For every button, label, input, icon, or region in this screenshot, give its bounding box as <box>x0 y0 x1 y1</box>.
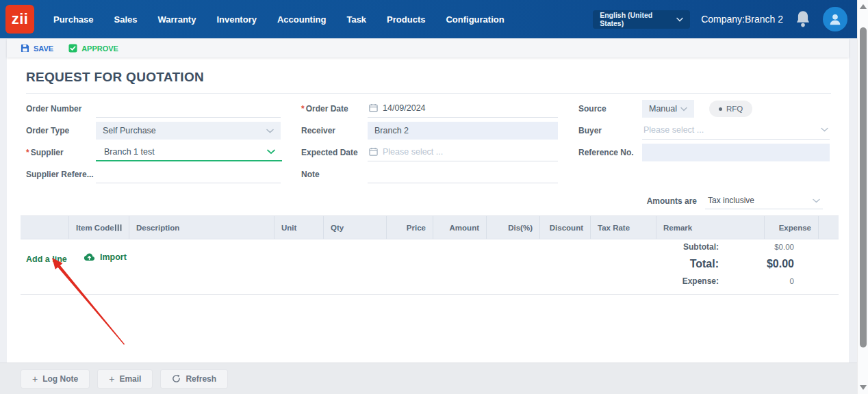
vertical-scrollbar[interactable] <box>857 0 868 394</box>
supplier-value: Branch 1 test <box>104 147 155 157</box>
nav-accounting[interactable]: Accounting <box>277 14 327 25</box>
optional-columns-icon[interactable] <box>114 224 122 232</box>
user-avatar[interactable] <box>823 7 847 31</box>
totals-panel: Subtotal: $0.00 Total: $0.00 Expense: 0 <box>682 242 794 286</box>
required-asterisk: * <box>26 148 29 157</box>
import-button[interactable]: Import <box>84 252 127 262</box>
chevron-down-icon <box>821 127 828 132</box>
col-actions <box>818 216 839 239</box>
expense-value: 0 <box>719 277 794 285</box>
navbar-right: English (United States) Company:Branch 2 <box>593 7 857 31</box>
supplier-label: *Supplier <box>26 148 64 157</box>
nav-inventory[interactable]: Inventory <box>216 14 257 25</box>
total-value: $0.00 <box>719 258 794 270</box>
nav-purchase[interactable]: Purchase <box>53 14 94 25</box>
language-selector[interactable]: English (United States) <box>593 10 690 29</box>
import-label: Import <box>100 252 127 262</box>
col-select <box>21 216 68 239</box>
expense-label: Expense: <box>682 276 719 286</box>
person-icon <box>828 12 843 27</box>
order-number-label: Order Number <box>26 104 81 114</box>
order-type-label: Order Type <box>26 126 69 135</box>
nav-sales[interactable]: Sales <box>114 14 138 25</box>
amounts-are-label: Amounts are <box>647 196 697 206</box>
plus-icon: + <box>109 373 114 384</box>
col-description: Description <box>129 216 274 239</box>
order-type-value: Self Purchase <box>103 126 156 135</box>
email-label: Email <box>119 374 141 384</box>
buyer-label: Buyer <box>578 126 602 135</box>
approve-button[interactable]: APPROVE <box>68 44 118 53</box>
add-a-line-link[interactable]: Add a line <box>26 254 67 264</box>
expected-date-placeholder: Please select ... <box>383 147 443 157</box>
order-date-input[interactable]: 14/09/2024 <box>368 100 558 118</box>
nav-task[interactable]: Task <box>346 14 366 25</box>
top-navbar: zii Purchase Sales Warranty Inventory Ac… <box>0 0 857 38</box>
order-number-input[interactable] <box>96 100 281 118</box>
col-discount: Discount <box>539 216 590 239</box>
log-note-button[interactable]: + Log Note <box>21 369 90 389</box>
supplier-select[interactable]: Branch 1 test <box>96 144 282 161</box>
col-item-code: Item Code <box>68 216 129 239</box>
subtotal-value: $0.00 <box>719 243 794 251</box>
save-label: SAVE <box>34 44 53 53</box>
subtotal-label: Subtotal: <box>683 242 719 252</box>
nav-warranty[interactable]: Warranty <box>158 14 196 25</box>
total-row: Total: $0.00 <box>682 258 794 270</box>
nav-products[interactable]: Products <box>387 14 425 25</box>
note-input[interactable] <box>368 166 558 183</box>
required-asterisk: * <box>301 104 305 114</box>
order-date-label: *Order Date <box>301 104 348 114</box>
email-button[interactable]: + Email <box>97 369 153 389</box>
chevron-down-icon <box>266 129 274 133</box>
refresh-button[interactable]: Refresh <box>160 369 228 389</box>
save-button[interactable]: SAVE <box>21 44 53 53</box>
col-unit: Unit <box>274 216 323 239</box>
notification-bell-icon[interactable] <box>794 10 812 29</box>
supplier-reference-label: Supplier Refere... <box>26 170 94 179</box>
scroll-down-arrow[interactable] <box>860 385 867 390</box>
main-menu: Purchase Sales Warranty Inventory Accoun… <box>53 14 505 25</box>
col-dis-percent: Dis(%) <box>486 216 539 239</box>
buyer-select[interactable]: Please select ... <box>642 122 830 140</box>
col-remark: Remark <box>656 216 764 239</box>
chatter-footer: + Log Note + Email Refresh <box>0 363 857 394</box>
logo-text: zii <box>12 10 29 28</box>
line-items-header: Item Code Description Unit Qty Price Amo… <box>21 215 839 239</box>
expected-date-input[interactable]: Please select ... <box>368 144 558 161</box>
col-tax-rate: Tax Rate <box>590 216 656 239</box>
source-select[interactable]: Manual <box>642 100 694 118</box>
amounts-are-select[interactable]: Tax inclusive <box>705 192 823 209</box>
app-logo[interactable]: zii <box>5 5 34 34</box>
source-value: Manual <box>649 104 677 114</box>
note-label: Note <box>301 170 320 179</box>
page-title: REQUEST FOR QUOTATION <box>26 70 204 85</box>
scroll-up-arrow[interactable] <box>860 4 867 9</box>
order-type-select[interactable]: Self Purchase <box>96 122 281 140</box>
scrollbar-thumb[interactable] <box>860 27 867 347</box>
chevron-down-icon <box>676 17 683 22</box>
nav-configuration[interactable]: Configuration <box>446 14 504 25</box>
source-label: Source <box>578 104 607 114</box>
chevron-down-icon <box>680 107 687 111</box>
expense-row: Expense: 0 <box>682 276 794 286</box>
col-amount: Amount <box>433 216 486 239</box>
action-toolbar: SAVE APPROVE <box>7 39 849 57</box>
amounts-are-value: Tax inclusive <box>708 196 754 205</box>
status-dot <box>719 107 722 111</box>
refresh-label: Refresh <box>186 374 216 384</box>
log-note-label: Log Note <box>42 374 78 384</box>
chevron-down-icon <box>267 149 275 155</box>
reference-no-field <box>642 144 830 161</box>
title-divider <box>26 93 831 94</box>
refresh-icon <box>172 374 181 383</box>
approve-check-icon <box>68 44 77 53</box>
buyer-placeholder: Please select ... <box>643 125 704 135</box>
order-date-value: 14/09/2024 <box>383 103 426 113</box>
col-price: Price <box>386 216 433 239</box>
save-floppy-icon <box>21 44 29 53</box>
approve-label: APPROVE <box>81 44 118 53</box>
company-selector[interactable]: Company:Branch 2 <box>701 14 783 25</box>
supplier-reference-input[interactable] <box>96 166 281 183</box>
receiver-label: Receiver <box>301 126 335 135</box>
